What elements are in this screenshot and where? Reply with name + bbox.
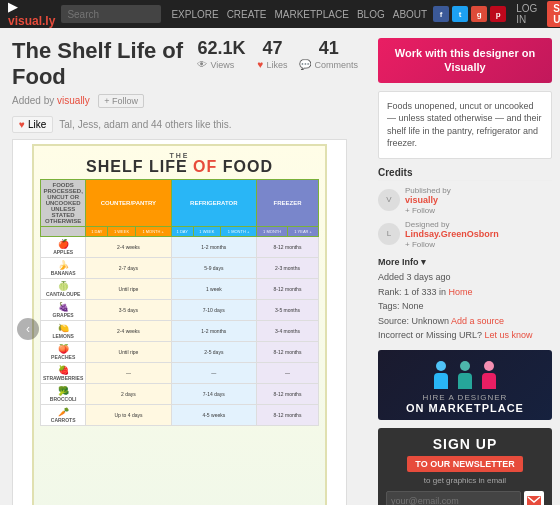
views-label: 👁 Views: [197, 59, 245, 70]
food-name: BANANAS: [51, 270, 76, 276]
food-name: GRAPES: [53, 312, 74, 318]
add-source-link[interactable]: Add a source: [451, 316, 504, 326]
food-icon: 🍈: [43, 281, 83, 291]
nav-create[interactable]: CREATE: [227, 9, 267, 20]
nav-marketplace[interactable]: MARKETPLACE: [274, 9, 348, 20]
pinterest-icon[interactable]: p: [490, 6, 506, 22]
follow-button[interactable]: + Follow: [98, 94, 144, 108]
nav-explore[interactable]: EXPLORE: [171, 9, 218, 20]
rank-cat-link[interactable]: Home: [449, 287, 473, 297]
fridge-value: 1-2 months: [171, 237, 256, 258]
heart-icon: ♥: [258, 59, 264, 70]
food-cell: 🍑 PEACHES: [41, 342, 86, 363]
food-row: 🍋 LEMONS 2-4 weeks 1-2 months 3-4 months: [41, 321, 319, 342]
freezer-value: 3-4 months: [257, 321, 319, 342]
hire-text: Hire a designer: [423, 393, 508, 402]
likes-count: 47: [258, 38, 288, 59]
tags-row: Tags: None: [378, 300, 552, 313]
food-icon: 🥕: [43, 407, 83, 417]
figure-2: [457, 361, 473, 389]
figure-body-1: [434, 373, 448, 389]
login-link[interactable]: LOG IN: [516, 3, 537, 25]
designer-avatar: L: [378, 223, 400, 245]
newsletter-section: SIGN UP TO OUR NEWSLETTER to get graphic…: [378, 428, 552, 505]
fridge-value: —: [171, 363, 256, 384]
freezer-value: 8-12 months: [257, 405, 319, 426]
main-content: The Shelf Life of Food Added by visually…: [0, 28, 560, 505]
published-by-label: Published by: [405, 186, 451, 195]
food-cell: 🍎 APPLES: [41, 237, 86, 258]
nav-about[interactable]: ABOUT: [393, 9, 427, 20]
publisher-link[interactable]: visually: [405, 195, 438, 205]
fridge-value: 5-9 days: [171, 258, 256, 279]
figure-head-3: [484, 361, 494, 371]
more-info-toggle[interactable]: More Info ▾: [378, 257, 552, 267]
on-marketplace-text: ON MARKETPLACE: [406, 402, 524, 414]
food-cell: 🥦 BROCCOLI: [41, 384, 86, 405]
like-button[interactable]: ♥ Like: [12, 116, 53, 133]
google-plus-icon[interactable]: g: [471, 6, 487, 22]
comment-icon: 💬: [299, 59, 311, 70]
author-link[interactable]: visually: [57, 95, 90, 106]
social-icons: f t g p: [433, 6, 506, 22]
figure-1: [433, 361, 449, 389]
let-us-know-link[interactable]: Let us know: [485, 330, 533, 340]
left-column: The Shelf Life of Food Added by visually…: [0, 28, 370, 505]
freezer-value: 8-12 months: [257, 342, 319, 363]
signup-button[interactable]: SIGN UP: [547, 1, 560, 27]
freezer-value: 8-12 months: [257, 237, 319, 258]
nav-blog[interactable]: BLOG: [357, 9, 385, 20]
inf-title-area: THE SHELF LIFE OF FOOD: [40, 152, 319, 175]
counter-value: Up to 4 days: [86, 405, 171, 426]
freezer-value: 3-5 months: [257, 300, 319, 321]
comments-stat: 41 💬 Comments: [299, 38, 358, 70]
food-cell: 🍇 GRAPES: [41, 300, 86, 321]
publisher-follow[interactable]: + Follow: [405, 206, 435, 215]
counter-value: 2-4 weeks: [86, 321, 171, 342]
freezer-value: —: [257, 363, 319, 384]
fridge-value: 4-5 weeks: [171, 405, 256, 426]
food-cell: 🍌 BANANAS: [41, 258, 86, 279]
designer-credit: L Designed by Lindsay.GreenOsborn + Foll…: [378, 219, 552, 249]
marketplace-banner[interactable]: Hire a designer ON MARKETPLACE: [378, 350, 552, 420]
heart-icon: ♥: [19, 119, 25, 130]
marketplace-bg: Hire a designer ON MARKETPLACE: [378, 350, 552, 420]
eye-icon: 👁: [197, 59, 207, 70]
likes-text: Tal, Jess, adam and 44 others like this.: [59, 119, 231, 130]
page-title: The Shelf Life of Food: [12, 38, 197, 90]
th-fridge: REFRIGERATOR: [171, 180, 256, 227]
counter-value: 2-7 days: [86, 258, 171, 279]
logo[interactable]: ▶ visual.ly: [8, 0, 55, 28]
food-icon: 🍑: [43, 344, 83, 354]
food-name: STRAWBERRIES: [43, 375, 83, 381]
twitter-icon[interactable]: t: [452, 6, 468, 22]
counter-value: 2 days: [86, 384, 171, 405]
facebook-icon[interactable]: f: [433, 6, 449, 22]
credits-title: Credits: [378, 167, 552, 181]
food-row: 🍈 CANTALOUPE Until ripe 1 week 8-12 mont…: [41, 279, 319, 300]
comments-label: 💬 Comments: [299, 59, 358, 70]
likes-stat: 47 ♥ Likes: [258, 38, 288, 70]
description-box: Foods unopened, uncut or uncooked — unle…: [378, 91, 552, 159]
cta-banner[interactable]: Work with this designer on Visually: [378, 38, 552, 83]
credits-section: Credits V Published by visually + Follow…: [378, 167, 552, 249]
infographic: THE SHELF LIFE OF FOOD Foods processed, …: [32, 144, 327, 505]
prev-arrow[interactable]: ‹: [17, 318, 39, 340]
description-text: Foods unopened, uncut or uncooked — unle…: [387, 101, 542, 149]
food-icon: 🍌: [43, 260, 83, 270]
designer-link[interactable]: Lindsay.GreenOsborn: [405, 229, 499, 239]
designer-follow[interactable]: + Follow: [405, 240, 435, 249]
fridge-value: 7-14 days: [171, 384, 256, 405]
rank-row: Rank: 1 of 333 in Home: [378, 286, 552, 299]
food-row: 🍌 BANANAS 2-7 days 5-9 days 2-3 months: [41, 258, 319, 279]
signup-sub: to get graphics in email: [386, 476, 544, 485]
counter-value: Until ripe: [86, 279, 171, 300]
newsletter-submit-icon[interactable]: [524, 491, 544, 505]
publisher-credit: V Published by visually + Follow: [378, 185, 552, 215]
counter-value: —: [86, 363, 171, 384]
more-info-section: More Info ▾ Added 3 days ago Rank: 1 of …: [378, 257, 552, 342]
newsletter-email-input[interactable]: [386, 491, 521, 505]
search-input[interactable]: [61, 5, 161, 23]
food-icon: 🍎: [43, 239, 83, 249]
food-row: 🍑 PEACHES Until ripe 2-5 days 8-12 month…: [41, 342, 319, 363]
